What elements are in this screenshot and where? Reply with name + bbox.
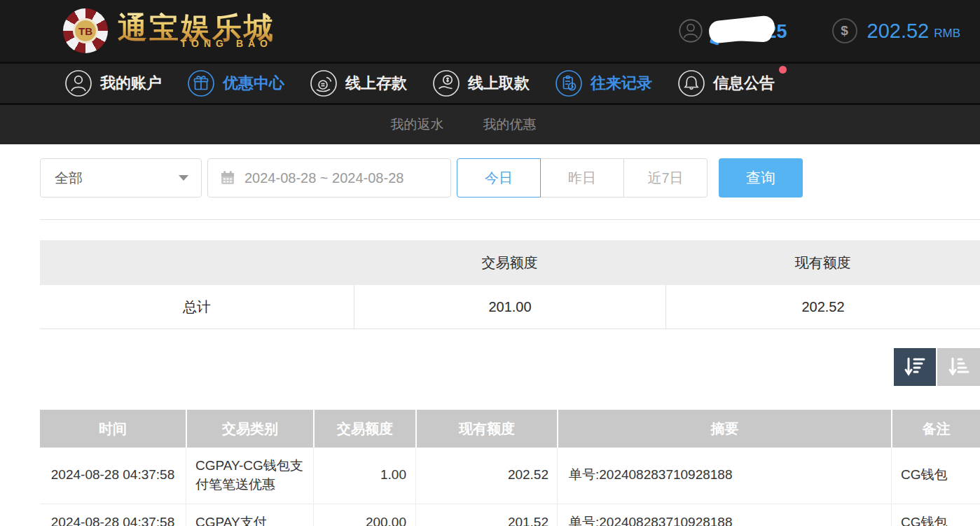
table-cell: 202.52 [415, 448, 557, 504]
category-dropdown-value: 全部 [55, 169, 83, 188]
records-table-header: 时间 交易类别 交易额度 现有额度 摘要 备注 [40, 410, 980, 448]
nav-item-online-deposit[interactable]: 线上存款 [310, 69, 407, 97]
nav-items: 我的账户 优惠中心 线上存款 线上取款 往来记录 [64, 69, 775, 97]
nav-item-my-account[interactable]: 我的账户 [64, 69, 162, 97]
sort-ascending-icon [948, 357, 970, 378]
summary-table-body: 总计201.00202.52 [40, 285, 980, 329]
chip-monogram: TB [73, 18, 98, 43]
table-cell: 单号:202408283710928188 [557, 448, 891, 504]
summary-header-current-balance: 现有额度 [665, 240, 980, 285]
sort-ascending-button[interactable] [937, 348, 980, 386]
notification-badge [779, 66, 787, 74]
nav-label: 我的账户 [100, 73, 162, 94]
table-cell: 201.00 [354, 285, 665, 329]
nav-label: 往来记录 [591, 73, 652, 94]
balance-currency: RMB [934, 21, 960, 41]
table-cell: CGPAY-CG钱包支付笔笔送优惠 [186, 448, 313, 504]
summary-header-blank [40, 240, 354, 285]
nav-label: 线上存款 [345, 73, 407, 94]
nav-item-online-withdraw[interactable]: 线上取款 [432, 69, 530, 97]
table-cell: CG钱包 [891, 448, 980, 504]
records-icon [555, 69, 583, 97]
records-header-transaction-type: 交易类别 [186, 410, 313, 448]
filter-row: 全部 2024-08-28 ~ 2024-08-28 今日 昨日 近7日 查询 [40, 158, 980, 198]
redaction-blob [725, 20, 772, 42]
subnav-item-my-promotions[interactable]: 我的优惠 [483, 116, 537, 134]
sub-navbar: 我的返水 我的优惠 [0, 105, 980, 144]
table-cell: 201.52 [415, 504, 557, 526]
sort-descending-icon [904, 357, 926, 378]
range-today-button[interactable]: 今日 [457, 158, 541, 198]
table-cell: 单号:202408283710928188 [557, 504, 891, 526]
user-icon [678, 18, 703, 43]
records-table: 时间 交易类别 交易额度 现有额度 摘要 备注 2024-08-28 04:37… [40, 410, 980, 526]
records-header-current-balance: 现有额度 [415, 410, 557, 448]
header-right: 25 $ 202.52 RMB [678, 18, 960, 44]
table-cell: CGPAY支付 [186, 504, 313, 526]
date-range-input[interactable]: 2024-08-28 ~ 2024-08-28 [207, 158, 451, 198]
subnav-item-my-rebate[interactable]: 我的返水 [391, 116, 444, 134]
nav-label: 信息公告 [713, 73, 775, 94]
nav-item-promotions[interactable]: 优惠中心 [187, 69, 284, 97]
table-cell: 1.00 [313, 448, 415, 504]
table-cell: 2024-08-28 04:37:58 [40, 504, 186, 526]
balance-display: $ 202.52 RMB [832, 18, 960, 43]
user-icon [64, 69, 92, 97]
table-row: 交易额度 现有额度 [40, 240, 980, 285]
date-range-value: 2024-08-28 ~ 2024-08-28 [244, 170, 403, 186]
nav-item-transaction-records[interactable]: 往来记录 [555, 69, 652, 97]
sort-buttons [40, 348, 980, 386]
table-cell: 2024-08-28 04:37:58 [40, 448, 186, 504]
table-cell: 202.52 [665, 285, 980, 329]
table-cell: 总计 [40, 285, 354, 329]
summary-table-header: 交易额度 现有额度 [40, 240, 980, 285]
dollar-circle-icon: $ [832, 18, 857, 43]
poker-chip-logo-icon: TB [63, 8, 108, 53]
page-content: 全部 2024-08-28 ~ 2024-08-28 今日 昨日 近7日 查询 [0, 158, 980, 526]
range-yesterday-button[interactable]: 昨日 [540, 158, 624, 198]
table-row: 2024-08-28 04:37:58CGPAY支付200.00201.52单号… [40, 504, 980, 526]
bell-icon [677, 69, 705, 97]
gift-icon [187, 69, 215, 97]
site-subtitle: TONG BAO [181, 38, 272, 49]
table-row: 时间 交易类别 交易额度 现有额度 摘要 备注 [40, 410, 980, 448]
deposit-icon [310, 69, 338, 97]
table-row: 2024-08-28 04:37:58CGPAY-CG钱包支付笔笔送优惠1.00… [40, 448, 980, 504]
records-header-transaction-amount: 交易额度 [313, 410, 415, 448]
records-header-summary: 摘要 [557, 410, 891, 448]
search-button[interactable]: 查询 [719, 158, 803, 198]
nav-label: 优惠中心 [223, 73, 284, 94]
summary-table: 交易额度 现有额度 总计201.00202.52 [40, 240, 980, 329]
username-redacted: 25 [710, 18, 787, 44]
category-dropdown[interactable]: 全部 [40, 158, 202, 198]
nav-item-announcements[interactable]: 信息公告 [677, 69, 775, 97]
chevron-down-icon [179, 175, 188, 181]
top-header-bar: TB 通宝娱乐城 TONG BAO 25 $ 202.52 RMB [0, 0, 980, 62]
table-row: 总计201.00202.52 [40, 285, 980, 329]
table-cell: 200.00 [313, 504, 415, 526]
logo-text: 通宝娱乐城 TONG BAO [118, 13, 275, 49]
divider [40, 219, 980, 220]
summary-header-transaction-amount: 交易额度 [354, 240, 665, 285]
withdraw-icon [432, 69, 460, 97]
table-cell: CG钱包 [891, 504, 980, 526]
quick-range-group: 今日 昨日 近7日 [457, 158, 708, 198]
records-header-remarks: 备注 [891, 410, 980, 448]
nav-label: 线上取款 [468, 73, 530, 94]
site-logo[interactable]: TB 通宝娱乐城 TONG BAO [63, 8, 275, 53]
records-table-body: 2024-08-28 04:37:58CGPAY-CG钱包支付笔笔送优惠1.00… [40, 448, 980, 526]
main-navbar: 我的账户 优惠中心 线上存款 线上取款 往来记录 [0, 62, 980, 105]
sort-descending-button[interactable] [894, 348, 936, 386]
records-header-time: 时间 [40, 410, 186, 448]
range-last7days-button[interactable]: 近7日 [623, 158, 708, 198]
balance-amount: 202.52 [867, 20, 930, 43]
account-menu[interactable]: 25 [678, 18, 787, 44]
calendar-icon [219, 169, 236, 186]
